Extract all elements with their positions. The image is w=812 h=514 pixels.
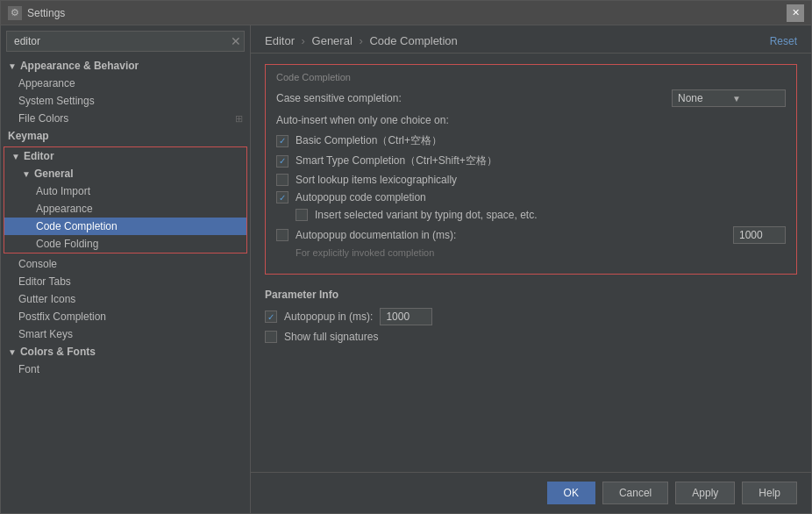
sidebar-item-appearance[interactable]: Appearance [1, 75, 250, 92]
auto-insert-row: Auto-insert when only one choice on: [276, 114, 786, 126]
panel-header: Editor › General › Code Completion Reset [251, 25, 811, 54]
sidebar-item-auto-import[interactable]: Auto Import [4, 182, 246, 200]
sidebar-item-general[interactable]: ▼ General [4, 165, 246, 182]
param-autopopup-checkbox[interactable] [265, 311, 277, 323]
dropdown-value: None [678, 92, 725, 104]
autopopup-completion-row: Autopopup code completion [276, 191, 786, 203]
help-button[interactable]: Help [742, 482, 797, 504]
smart-type-completion-row: Smart Type Completion（Ctrl+Shift+空格） [276, 153, 786, 168]
ok-button[interactable]: OK [547, 482, 595, 504]
code-completion-section: Code Completion Case sensitive completio… [265, 64, 797, 275]
sidebar-item-postfix-completion[interactable]: Postfix Completion [1, 308, 250, 325]
param-autopopup-row: Autopopup in (ms): [265, 308, 797, 325]
breadcrumb: Editor › General › Code Completion [265, 34, 458, 47]
autopopup-completion-checkbox[interactable] [276, 191, 288, 203]
close-button[interactable]: ✕ [787, 4, 804, 22]
param-autopopup-input[interactable] [380, 308, 432, 325]
window-icon: ⚙ [8, 6, 22, 20]
sidebar-item-label: File Colors [18, 112, 68, 125]
basic-completion-checkbox[interactable] [276, 135, 288, 147]
sort-lookup-label: Sort lookup items lexicographically [296, 174, 457, 186]
sidebar-item-label: Editor [24, 150, 54, 162]
bottom-bar: OK Cancel Apply Help [251, 472, 811, 513]
main-panel: Editor › General › Code Completion Reset… [251, 25, 811, 513]
sidebar-item-label: Colors & Fonts [20, 346, 96, 358]
insert-selected-checkbox[interactable] [296, 209, 308, 221]
show-full-signatures-label: Show full signatures [284, 331, 378, 343]
basic-completion-row: Basic Completion（Ctrl+空格） [276, 133, 786, 148]
insert-selected-label: Insert selected variant by typing dot, s… [315, 209, 537, 221]
search-clear-icon[interactable]: ✕ [231, 34, 241, 48]
sidebar-item-editor-tabs[interactable]: Editor Tabs [1, 273, 250, 290]
show-full-signatures-checkbox[interactable] [265, 331, 277, 343]
nav-tree: ▼ Appearance & Behavior Appearance Syste… [1, 57, 250, 513]
sidebar-item-label: Keymap [8, 130, 49, 142]
autopopup-doc-row: Autopopup documentation in (ms): [276, 226, 786, 244]
sidebar-item-label: Postfix Completion [18, 311, 106, 323]
autopopup-doc-label: Autopopup documentation in (ms): [296, 229, 456, 241]
breadcrumb-part-3: Code Completion [369, 34, 457, 47]
param-autopopup-label: Autopopup in (ms): [284, 311, 373, 323]
autopopup-doc-hint: For explicitly invoked completion [276, 247, 786, 258]
sidebar-item-appearance-sub[interactable]: Appearance [4, 200, 246, 218]
breadcrumb-part-1: Editor [265, 34, 295, 47]
sidebar-item-label: Appearance [36, 203, 93, 215]
breadcrumb-separator: › [302, 34, 309, 47]
sort-lookup-checkbox[interactable] [276, 174, 288, 186]
smart-type-completion-checkbox[interactable] [276, 155, 288, 168]
search-box: ✕ [6, 31, 245, 52]
case-sensitive-dropdown[interactable]: None ▼ [672, 89, 786, 107]
insert-selected-row: Insert selected variant by typing dot, s… [276, 209, 786, 221]
sort-lookup-row: Sort lookup items lexicographically [276, 174, 786, 186]
sidebar-item-label: Code Folding [36, 238, 98, 250]
sidebar-item-label: Console [18, 258, 57, 270]
case-sensitive-row: Case sensitive completion: None ▼ [276, 89, 786, 107]
title-bar: ⚙ Settings ✕ [1, 1, 811, 25]
sidebar-item-label: Font [18, 363, 39, 375]
sidebar-item-label: Gutter Icons [18, 293, 75, 305]
cancel-button[interactable]: Cancel [602, 482, 668, 504]
breadcrumb-part-2: General [312, 34, 353, 47]
sidebar-item-system-settings[interactable]: System Settings [1, 92, 250, 110]
section-label: Code Completion [276, 72, 786, 82]
settings-window: ⚙ Settings ✕ ✕ ▼ Appearance & Behavior A… [0, 0, 812, 514]
sidebar-item-code-folding[interactable]: Code Folding [4, 235, 246, 253]
search-input[interactable] [6, 31, 245, 52]
sidebar-item-editor[interactable]: ▼ Editor [4, 147, 246, 165]
expand-arrow-icon: ▼ [8, 347, 17, 357]
sidebar-item-label: Appearance & Behavior [20, 60, 139, 72]
dropdown-arrow-icon: ▼ [732, 94, 780, 104]
show-full-signatures-row: Show full signatures [265, 331, 797, 343]
sidebar-item-appearance-behavior[interactable]: ▼ Appearance & Behavior [1, 57, 250, 75]
param-info-label: Parameter Info [265, 289, 797, 301]
sidebar-item-label: Editor Tabs [18, 275, 71, 288]
sidebar-item-smart-keys[interactable]: Smart Keys [1, 325, 250, 343]
autopopup-doc-input[interactable] [733, 226, 786, 244]
case-sensitive-label: Case sensitive completion: [276, 92, 402, 104]
smart-type-completion-label: Smart Type Completion（Ctrl+Shift+空格） [296, 153, 497, 168]
sidebar-item-label: Auto Import [36, 185, 90, 197]
sidebar-item-file-colors[interactable]: File Colors ⊞ [1, 110, 250, 127]
sidebar-item-label: System Settings [18, 95, 95, 107]
sidebar-item-gutter-icons[interactable]: Gutter Icons [1, 290, 250, 308]
sidebar-item-code-completion[interactable]: Code Completion [4, 218, 246, 235]
sidebar-item-label: Code Completion [36, 220, 118, 232]
parameter-info-section: Parameter Info Autopopup in (ms): Show f… [265, 289, 797, 343]
copy-icon: ⊞ [235, 113, 243, 125]
sidebar-item-label: Smart Keys [18, 328, 73, 340]
expand-arrow-icon: ▼ [11, 152, 20, 161]
apply-button[interactable]: Apply [675, 482, 735, 504]
sidebar-item-colors-fonts[interactable]: ▼ Colors & Fonts [1, 343, 250, 361]
autopopup-doc-checkbox[interactable] [276, 229, 288, 241]
autopopup-completion-label: Autopopup code completion [296, 191, 426, 203]
breadcrumb-separator: › [359, 34, 366, 47]
sidebar-item-font[interactable]: Font [1, 361, 250, 378]
sidebar-item-console[interactable]: Console [1, 255, 250, 273]
window-title: Settings [27, 7, 787, 19]
reset-link[interactable]: Reset [770, 35, 797, 47]
sidebar-item-label: General [34, 168, 74, 180]
basic-completion-label: Basic Completion（Ctrl+空格） [296, 133, 442, 148]
panel-content: Code Completion Case sensitive completio… [251, 54, 811, 472]
sidebar-item-keymap[interactable]: Keymap [1, 127, 250, 145]
sidebar: ✕ ▼ Appearance & Behavior Appearance Sys… [1, 25, 251, 513]
